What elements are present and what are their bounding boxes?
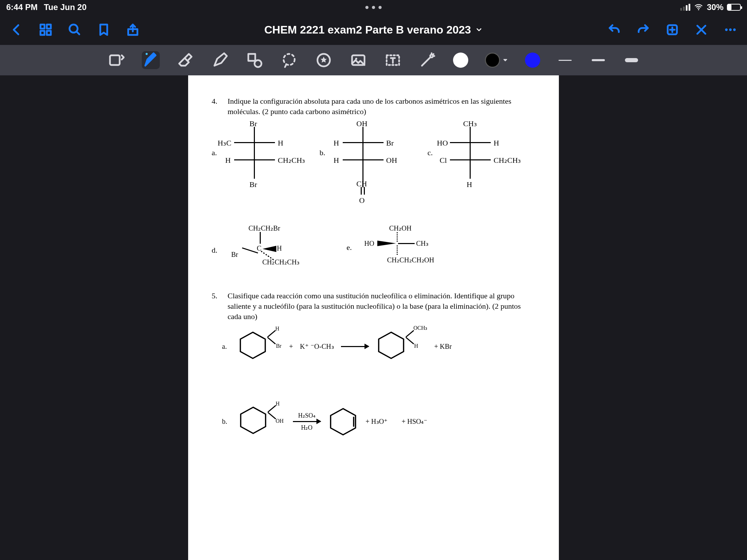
wifi-icon xyxy=(694,2,703,12)
grid-icon[interactable] xyxy=(39,23,53,37)
svg-point-0 xyxy=(698,9,699,10)
svg-marker-24 xyxy=(379,333,404,359)
svg-marker-23 xyxy=(240,333,265,359)
svg-rect-1 xyxy=(40,25,45,29)
q5-number: 5. xyxy=(212,291,221,321)
cyclohexane-icon xyxy=(376,330,407,361)
read-mode-icon[interactable] xyxy=(107,51,125,69)
eraser-tool-icon[interactable] xyxy=(176,51,194,69)
q4-structure-a: a. Br H₃C H H CH₂CH₃ Br xyxy=(212,125,320,187)
q4-structure-e: e. CH₂OH HO CH₃ CH₂CH₂CH₂OH xyxy=(347,228,446,273)
q4-structure-d: d. CH₂CH₂Br C Br H CH₂CH₂CH₃ xyxy=(212,228,347,273)
document-canvas[interactable]: 4. Indique la configuración absoluta par… xyxy=(0,75,747,560)
svg-rect-11 xyxy=(110,55,120,65)
favorites-icon[interactable] xyxy=(315,51,333,69)
battery-text: 30% xyxy=(707,2,723,12)
cyclohexane-icon xyxy=(237,330,268,361)
cell-signal-icon xyxy=(680,4,690,11)
color-swatch-white[interactable] xyxy=(453,53,468,68)
redo-icon[interactable] xyxy=(636,23,650,37)
cyclohexene-icon xyxy=(328,406,359,437)
lasso-tool-icon[interactable] xyxy=(280,51,298,69)
svg-rect-2 xyxy=(47,25,51,29)
q4-structure-b: b. OH H Br H OH CH O xyxy=(320,125,427,201)
reaction-arrow-icon xyxy=(293,421,321,422)
svg-point-8 xyxy=(725,28,728,31)
highlighter-tool-icon[interactable] xyxy=(211,51,229,69)
add-page-icon[interactable] xyxy=(665,23,679,37)
battery-icon xyxy=(727,4,741,11)
laser-tool-icon[interactable] xyxy=(418,51,436,69)
image-tool-icon[interactable] xyxy=(349,51,367,69)
multitask-dots[interactable] xyxy=(366,6,382,9)
svg-marker-26 xyxy=(331,409,356,435)
bookmark-icon[interactable] xyxy=(97,23,111,37)
svg-point-10 xyxy=(733,28,736,31)
svg-point-14 xyxy=(255,60,261,67)
status-date: Tue Jun 20 xyxy=(44,2,87,12)
status-time: 6:44 PM xyxy=(6,2,38,12)
q4-row2: d. CH₂CH₂Br C Br H CH₂CH₂CH₃ e. xyxy=(212,228,535,273)
document-title[interactable]: CHEM 2221 exam2 Parte B verano 2023 xyxy=(264,24,483,36)
pen-tool-icon[interactable] xyxy=(142,51,160,69)
svg-point-9 xyxy=(729,28,731,31)
q5-reaction-b: b. H OH H₂SO₄ H₂O + H₃O⁺ + HSO₄⁻ xyxy=(222,405,535,438)
stroke-med[interactable] xyxy=(590,52,607,68)
svg-marker-22 xyxy=(377,241,396,246)
annotation-toolbar xyxy=(0,45,747,75)
status-bar: 6:44 PM Tue Jun 20 30% xyxy=(0,0,747,15)
text-tool-icon[interactable] xyxy=(384,51,402,69)
svg-rect-4 xyxy=(47,31,51,35)
svg-marker-21 xyxy=(262,246,276,252)
svg-point-15 xyxy=(284,54,295,65)
document-page: 4. Indique la configuración absoluta par… xyxy=(188,75,559,560)
cyclohexane-icon xyxy=(238,405,269,436)
share-icon[interactable] xyxy=(126,23,140,37)
more-icon[interactable] xyxy=(723,23,737,37)
svg-rect-13 xyxy=(248,54,255,61)
q4-row1: a. Br H₃C H H CH₂CH₃ Br b. xyxy=(212,125,535,201)
q5-prompt: Clasifique cada reacción como una sustit… xyxy=(228,291,535,321)
chevron-down-icon[interactable] xyxy=(502,57,508,63)
undo-icon[interactable] xyxy=(607,23,621,37)
svg-marker-25 xyxy=(241,408,266,434)
svg-point-12 xyxy=(146,53,148,55)
search-icon[interactable] xyxy=(68,23,82,37)
q4-number: 4. xyxy=(212,96,221,116)
question-4: 4. Indique la configuración absoluta par… xyxy=(212,96,535,116)
color-swatch-black[interactable] xyxy=(485,53,500,68)
q4-structure-c: c. CH₃ HO H Cl CH₂CH₃ H xyxy=(427,125,535,187)
back-icon[interactable] xyxy=(10,23,24,37)
chevron-down-icon xyxy=(475,26,483,34)
stroke-thin[interactable] xyxy=(557,52,573,68)
stroke-thick[interactable] xyxy=(623,52,640,68)
app-toolbar: CHEM 2221 exam2 Parte B verano 2023 xyxy=(0,15,747,45)
q5-reaction-a: a. H Br + K⁺ ⁻O-CH₃ OCH₃ H + KBr xyxy=(222,330,535,363)
reaction-arrow-icon xyxy=(341,346,369,347)
question-5: 5. Clasifique cada reacción como una sus… xyxy=(212,291,535,321)
close-icon[interactable] xyxy=(694,23,708,37)
svg-rect-3 xyxy=(40,31,45,35)
color-swatch-blue[interactable] xyxy=(525,53,540,68)
q4-prompt: Indique la configuración absoluta para c… xyxy=(228,96,535,116)
shape-tool-icon[interactable] xyxy=(246,51,264,69)
